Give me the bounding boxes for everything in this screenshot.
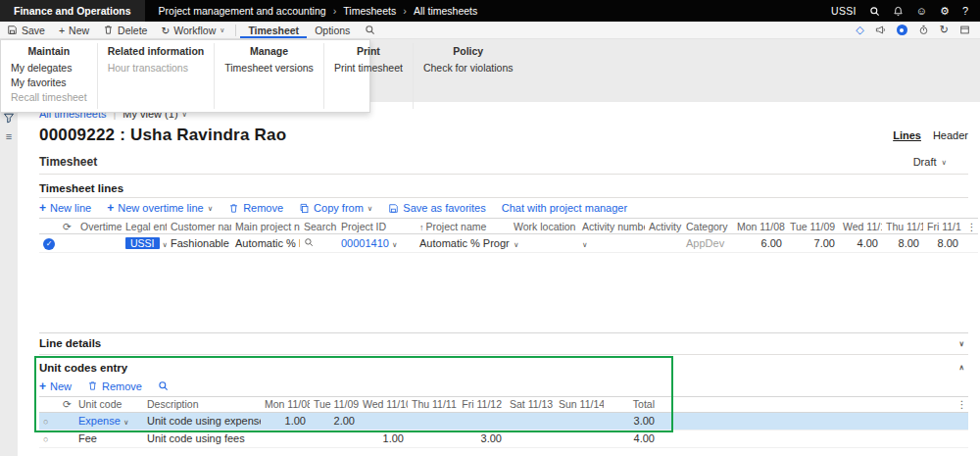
breadcrumb-area[interactable]: Timesheets <box>343 5 396 17</box>
mon-hours-cell[interactable]: 6.00 <box>733 234 786 253</box>
breadcrumb-module[interactable]: Project management and accounting <box>159 5 326 17</box>
column-total[interactable]: Total <box>604 396 659 412</box>
command-search-button[interactable] <box>358 22 382 38</box>
column-tue[interactable]: Tue 11/09 <box>786 219 839 234</box>
column-mon[interactable]: Mon 11/08 <box>733 219 786 234</box>
remove-unit-code-button[interactable]: Remove <box>80 380 149 392</box>
wed-cell[interactable] <box>359 412 408 430</box>
work-location-id-cell[interactable]: ∨ <box>510 234 578 253</box>
timesheet-line-row[interactable]: ✓ USSI ∨ Fashionable De... Automatic % P… <box>39 234 978 253</box>
sun-cell[interactable] <box>555 412 604 430</box>
line-details-header[interactable]: Line details ∨ <box>39 333 968 355</box>
fri-hours-cell[interactable]: 8.00 <box>923 234 962 253</box>
project-id-cell[interactable]: 00001410 ∨ <box>337 234 416 253</box>
breadcrumb-page[interactable]: All timesheets <box>414 5 477 17</box>
select-all-checkbox[interactable] <box>39 396 59 412</box>
overtime-cell[interactable] <box>76 234 122 253</box>
help-icon[interactable]: ? <box>962 5 968 17</box>
sat-cell[interactable] <box>506 412 555 430</box>
remove-button[interactable]: Remove <box>221 202 290 214</box>
filter-icon[interactable] <box>3 112 15 124</box>
menu-item-my-favorites[interactable]: My favorites <box>11 76 87 90</box>
kebab-icon[interactable]: ⋮ <box>953 396 968 412</box>
save-as-favorites-button[interactable]: Save as favorites <box>381 202 492 214</box>
column-legal-entity[interactable]: Legal entity <box>122 219 167 234</box>
description-cell[interactable]: Unit code using expenses <box>143 412 261 430</box>
search-cell[interactable] <box>300 234 337 253</box>
mon-cell[interactable]: 1.00 <box>261 412 310 430</box>
wed-hours-cell[interactable]: 4.00 <box>839 234 882 253</box>
new-unit-code-button[interactable]: + New <box>39 380 78 393</box>
column-thu[interactable]: Thu 11/11 <box>408 396 457 412</box>
sat-cell[interactable] <box>506 430 555 447</box>
column-fri[interactable]: Fri 11/12 <box>457 396 506 412</box>
column-activity[interactable]: Activity <box>645 219 682 234</box>
tue-cell[interactable] <box>310 430 359 447</box>
category-cell[interactable]: AppDev <box>682 234 733 253</box>
column-description[interactable]: Description <box>143 396 261 412</box>
column-overtime[interactable]: Overtime <box>76 219 122 234</box>
history-icon[interactable]: ↻ <box>940 24 949 36</box>
row-selector-circle[interactable]: ○ <box>43 434 48 444</box>
new-overtime-line-button[interactable]: + New overtime line ∨ <box>100 201 220 215</box>
fri-cell[interactable]: 3.00 <box>457 430 506 447</box>
tab-options[interactable]: Options <box>307 22 358 38</box>
wed-cell[interactable]: 1.00 <box>359 430 408 447</box>
column-wed[interactable]: Wed 11/10 <box>839 219 882 234</box>
mon-cell[interactable] <box>261 430 310 447</box>
activity-cell[interactable] <box>645 234 682 253</box>
chevron-up-icon[interactable]: ∧ <box>959 363 969 372</box>
app-title[interactable]: Finance and Operations <box>0 0 145 22</box>
save-button[interactable]: Save <box>0 22 52 38</box>
fasttab-timesheet[interactable]: Timesheet Draft ∨ <box>39 150 968 175</box>
thu-hours-cell[interactable]: 8.00 <box>882 234 923 253</box>
window-layout-icon[interactable] <box>959 25 970 35</box>
fri-cell[interactable] <box>457 412 506 430</box>
thu-cell[interactable] <box>408 430 457 447</box>
diamond-icon[interactable]: ◇ <box>856 24 863 36</box>
column-project-id[interactable]: Project ID <box>337 219 416 234</box>
stopwatch-icon[interactable] <box>918 25 929 35</box>
unit-code-row-expense[interactable]: ○ Expense ∨ Unit code using expenses 1.0… <box>39 412 968 430</box>
row-checkbox-checked[interactable]: ✓ <box>43 238 55 250</box>
chat-with-project-manager-button[interactable]: Chat with project manager <box>495 202 634 214</box>
column-wed[interactable]: Wed 11/10 <box>359 396 408 412</box>
unit-code-cell[interactable]: Expense ∨ <box>74 412 143 430</box>
feedback-smiley-icon[interactable]: ☺ <box>916 5 927 17</box>
row-selector-circle[interactable]: ○ <box>43 417 48 427</box>
column-main-project-name[interactable]: Main project name <box>231 219 300 234</box>
menu-item-timesheet-versions[interactable]: Timesheet versions <box>224 61 314 76</box>
column-activity-number[interactable]: Activity number <box>578 219 645 234</box>
unit-code-cell[interactable]: Fee <box>74 430 143 447</box>
column-unit-code[interactable]: Unit code <box>74 396 143 412</box>
chevron-down-icon[interactable]: ∨ <box>514 240 519 249</box>
column-fri[interactable]: Fri 11/1 <box>923 219 962 234</box>
chevron-down-icon[interactable]: ∨ <box>123 418 129 427</box>
grid-search-button[interactable] <box>151 380 175 391</box>
lines-toggle[interactable]: Lines <box>893 129 921 141</box>
search-icon[interactable] <box>869 6 880 17</box>
description-cell[interactable]: Unit code using fees <box>143 430 261 447</box>
activity-number-cell[interactable]: ∨ <box>578 234 645 253</box>
menu-item-my-delegates[interactable]: My delegates <box>11 61 87 76</box>
column-project-name[interactable]: ↑Project name <box>416 219 510 234</box>
new-line-button[interactable]: + New line <box>39 201 98 215</box>
column-tue[interactable]: Tue 11/09 <box>310 396 359 412</box>
column-thu[interactable]: Thu 11/11 <box>882 219 923 234</box>
tab-timesheet[interactable]: Timesheet <box>240 22 307 38</box>
sun-cell[interactable] <box>555 430 604 447</box>
unit-codes-header[interactable]: Unit codes entry ∧ <box>39 359 968 377</box>
tue-cell[interactable]: 2.00 <box>310 412 359 430</box>
main-project-name-cell[interactable]: Automatic % Progr... <box>231 234 300 253</box>
project-name-cell[interactable]: Automatic % Progress <box>416 234 510 253</box>
company-picker[interactable]: USSI <box>831 5 857 17</box>
chevron-down-icon[interactable]: ∨ <box>582 240 588 249</box>
chat-badge-icon[interactable] <box>897 25 907 35</box>
header-toggle[interactable]: Header <box>933 129 968 141</box>
copy-from-button[interactable]: Copy from ∨ <box>292 202 379 214</box>
chevron-down-icon[interactable]: ∨ <box>959 339 969 348</box>
column-mon[interactable]: Mon 11/08 <box>261 396 310 412</box>
column-work-location-id[interactable]: Work location ID <box>510 219 578 234</box>
workflow-button[interactable]: ↻ Workflow ∨ <box>154 22 231 38</box>
select-all-checkbox[interactable] <box>39 219 59 234</box>
